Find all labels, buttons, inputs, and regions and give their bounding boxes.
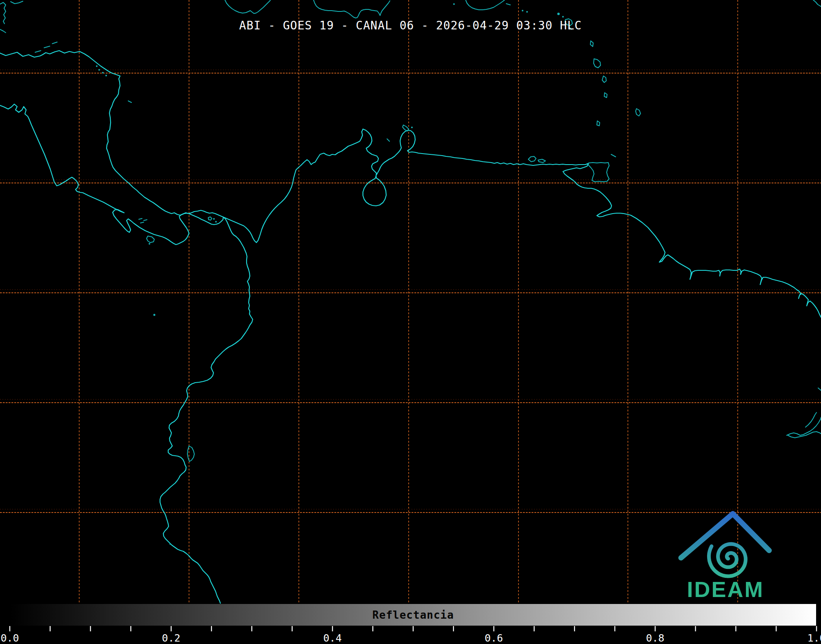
islet-dot (96, 65, 98, 67)
logo-wordmark: IDEAM (687, 577, 764, 602)
island-coastline (604, 93, 607, 98)
island-coastline (35, 42, 57, 52)
coastline (0, 104, 253, 604)
island-coastline (147, 236, 154, 243)
island-coastline (611, 154, 616, 157)
island-coastline (636, 109, 641, 116)
island-layer (0, 0, 821, 545)
island-coastline (602, 76, 606, 82)
island-coastline (590, 41, 593, 47)
islet-dot (522, 10, 523, 11)
island-coastline (466, 0, 505, 10)
logo-spiral-icon (709, 544, 745, 576)
logo-mountain-icon (681, 514, 769, 558)
colorbar-axis: 0.00.20.40.60.81.0 (0, 626, 821, 644)
island-coastline (813, 0, 821, 7)
islet-dot (149, 243, 150, 245)
island-coastline (225, 0, 270, 13)
colorbar-tick-label: 0.2 (162, 632, 180, 644)
graticule-ghost-lines (0, 70, 821, 509)
islet-dot (526, 11, 528, 13)
island-coastline (788, 432, 821, 438)
island-coastline (387, 139, 389, 141)
islet-dot (215, 221, 217, 223)
island-coastline (597, 121, 600, 126)
islet-dot (213, 218, 215, 220)
island-coastline (314, 0, 390, 18)
island-coastline (506, 4, 510, 5)
island-coastline (805, 412, 817, 427)
island-coastline (139, 218, 147, 223)
colorbar-label: Reflectancia (10, 604, 816, 626)
island-coastline (403, 125, 409, 131)
logo-roof-left (681, 514, 733, 558)
island-coastline (11, 1, 23, 4)
islet-dot (453, 3, 455, 5)
islet-dot (411, 127, 413, 128)
islet-dot (154, 314, 156, 316)
island-coastline (208, 217, 212, 220)
islet-dot (102, 72, 104, 74)
island-coastline (128, 101, 131, 103)
product-title: ABI - GOES 19 - CANAL 06 - 2026-04-29 03… (0, 19, 821, 32)
island-coastline (787, 417, 821, 435)
island-coastline (818, 388, 821, 390)
island-coastline (187, 446, 194, 461)
satellite-product-frame: ABI - GOES 19 - CANAL 06 - 2026-04-29 03… (0, 0, 821, 644)
island-coastline (594, 59, 601, 68)
island-coastline (588, 163, 609, 182)
colorbar-tick-label: 0.6 (485, 632, 503, 644)
reflectance-colorbar: Reflectancia (10, 604, 817, 626)
coastline (0, 51, 821, 317)
islet-dot (562, 16, 564, 18)
colorbar-tick-label: 0.0 (0, 632, 19, 644)
colorbar-tick-label: 1.0 (807, 632, 821, 644)
islet-dot (169, 543, 171, 545)
islet-dot (98, 69, 100, 71)
ideam-logo: IDEAM (665, 496, 800, 603)
islet-dot (557, 13, 560, 15)
colorbar-tick-label: 0.8 (646, 632, 664, 644)
island-coastline (528, 156, 536, 162)
islet-dot (105, 75, 107, 76)
island-coastline (538, 159, 545, 163)
colorbar-tick-label: 0.4 (323, 632, 342, 644)
